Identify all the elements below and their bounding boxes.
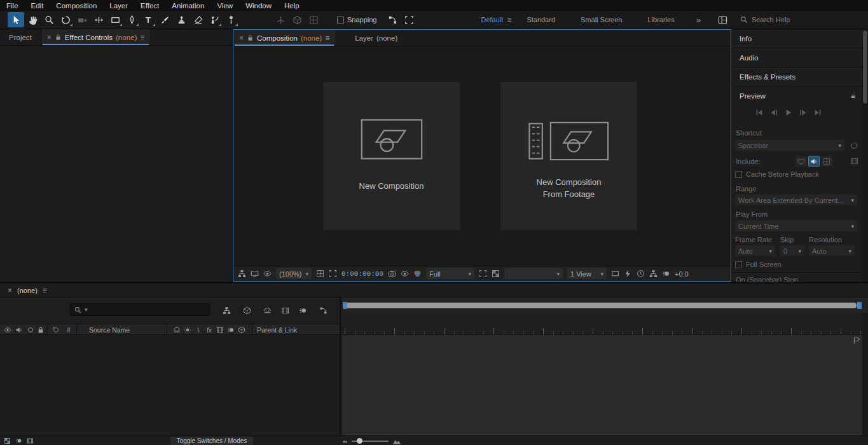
previous-frame-icon[interactable] xyxy=(769,108,778,117)
transparency-grid-icon[interactable] xyxy=(492,270,500,278)
grid-guides-icon[interactable] xyxy=(316,270,324,278)
camera-tool-button[interactable] xyxy=(74,12,90,27)
fx-switch-icon[interactable]: fx xyxy=(204,325,214,334)
clone-stamp-tool-button[interactable] xyxy=(173,12,189,27)
rectangle-tool-button[interactable] xyxy=(107,12,123,27)
menu-animation[interactable]: Animation xyxy=(165,2,210,10)
comp-flowchart-icon[interactable] xyxy=(649,270,658,278)
tab-project[interactable]: Project xyxy=(0,29,41,45)
zoom-tool-button[interactable] xyxy=(41,12,57,27)
lock-column-icon[interactable] xyxy=(36,325,46,334)
label-column-icon[interactable] xyxy=(51,325,61,334)
timeline-tab-label[interactable]: (none) xyxy=(17,287,38,294)
range-dropdown[interactable]: Work Area Extended By Current...▾ xyxy=(735,195,857,205)
full-screen-checkbox[interactable]: Full Screen xyxy=(735,261,782,268)
transfer-controls-pane-icon[interactable] xyxy=(14,437,23,445)
menu-file[interactable]: File xyxy=(0,2,25,10)
video-column-icon[interactable] xyxy=(3,325,13,334)
workspace-menu-icon[interactable]: ≡ xyxy=(507,15,511,24)
workspace-small-screen[interactable]: Small Screen xyxy=(581,16,622,24)
parent-link-column-header[interactable]: Parent & Link xyxy=(257,326,297,334)
view-layout-dropdown[interactable]: 1 View▾ xyxy=(567,268,607,279)
close-tab-icon[interactable]: × xyxy=(239,34,244,43)
play-from-dropdown[interactable]: Current Time▾ xyxy=(735,221,857,231)
workspace-libraries[interactable]: Libraries xyxy=(647,16,674,24)
motion-blur-icon[interactable] xyxy=(296,305,309,315)
source-name-column-header[interactable]: Source Name xyxy=(89,326,130,334)
selection-tool-button[interactable] xyxy=(8,12,24,27)
view-dropdown[interactable]: ▾ xyxy=(504,268,563,279)
quality-switch-icon[interactable]: \ xyxy=(193,325,203,334)
roto-brush-tool-button[interactable] xyxy=(206,12,223,27)
new-composition-card[interactable]: New Composition xyxy=(323,82,460,230)
pan-behind-tool-button[interactable] xyxy=(90,12,107,27)
panel-header-audio[interactable]: Audio xyxy=(732,48,868,67)
tab-effect-controls[interactable]: × Effect Controls (none) ≡ xyxy=(41,29,151,45)
menu-help[interactable]: Help xyxy=(278,2,306,10)
zoom-out-mountain-icon[interactable] xyxy=(342,438,348,444)
shy-switch-icon[interactable] xyxy=(172,325,182,334)
current-time-display[interactable]: 0:00:00:00 xyxy=(341,270,383,278)
menu-effect[interactable]: Effect xyxy=(134,2,165,10)
layer-switches-pane-icon[interactable] xyxy=(3,437,11,445)
draft-3d-icon[interactable] xyxy=(240,305,253,315)
workspace-standard[interactable]: Standard xyxy=(527,16,555,24)
go-to-end-icon[interactable] xyxy=(813,108,822,117)
collapse-switch-icon[interactable] xyxy=(183,325,193,334)
always-preview-icon[interactable] xyxy=(263,270,272,278)
comp-marker-bin-icon[interactable] xyxy=(853,336,861,345)
preview-panel-menu-icon[interactable]: ≡ xyxy=(851,92,855,100)
hide-shy-layers-icon[interactable] xyxy=(261,305,273,315)
panel-header-effects-presets[interactable]: Effects & Presets xyxy=(732,67,868,86)
play-icon[interactable] xyxy=(784,108,793,117)
tab-layer[interactable]: Layer (none) xyxy=(349,30,403,46)
menu-window[interactable]: Window xyxy=(239,2,278,10)
graph-editor-icon[interactable] xyxy=(317,305,329,315)
menu-view[interactable]: View xyxy=(210,2,239,10)
type-tool-button[interactable]: T xyxy=(140,12,156,27)
solo-column-icon[interactable] xyxy=(25,325,36,334)
world-axis-mode-button[interactable] xyxy=(289,12,305,27)
preview-favoring-icon[interactable] xyxy=(848,156,860,167)
pen-tool-button[interactable] xyxy=(123,12,140,27)
region-of-interest-icon[interactable] xyxy=(479,270,487,278)
mini-flowchart-icon[interactable] xyxy=(238,270,246,278)
reset-preview-icon[interactable] xyxy=(848,140,860,151)
toggle-switches-modes-button[interactable]: Toggle Switches / Modes xyxy=(170,437,253,445)
panel-header-preview[interactable]: Preview ≡ xyxy=(732,86,868,106)
panel-menu-icon[interactable]: ≡ xyxy=(325,34,329,43)
number-column-header[interactable]: # xyxy=(64,325,74,334)
comp-mini-flowchart-icon[interactable] xyxy=(220,305,233,315)
reset-exposure-icon[interactable] xyxy=(662,270,670,278)
work-area-start-handle[interactable] xyxy=(343,302,347,309)
right-panel-scrollbar[interactable] xyxy=(862,29,868,282)
local-axis-mode-button[interactable] xyxy=(272,12,289,27)
zoom-slider-knob[interactable] xyxy=(357,438,362,444)
resolution-dropdown[interactable]: Full▾ xyxy=(426,268,474,279)
workspace-overflow-chevron[interactable]: » xyxy=(696,15,701,25)
skip-dropdown[interactable]: 0▾ xyxy=(780,245,804,256)
hand-tool-button[interactable] xyxy=(24,12,41,27)
shortcut-dropdown[interactable]: Spacebar▾ xyxy=(735,140,844,151)
snap-to-features-button[interactable] xyxy=(385,12,401,27)
timeline-button-icon[interactable] xyxy=(637,270,645,278)
zoom-slider-track[interactable] xyxy=(352,441,389,442)
snapping-toggle[interactable]: Snapping xyxy=(337,16,377,24)
include-audio-toggle[interactable] xyxy=(808,156,820,167)
monitor-icon[interactable] xyxy=(251,270,259,278)
fast-preview-icon[interactable] xyxy=(624,270,632,278)
preview-resolution-dropdown[interactable]: Auto▾ xyxy=(809,245,855,256)
timeline-search-box[interactable]: ▾ xyxy=(70,303,210,316)
search-help-box[interactable]: Search Help xyxy=(740,16,790,24)
snap-options-button[interactable] xyxy=(401,12,418,27)
panel-menu-icon[interactable]: ≡ xyxy=(140,33,144,42)
new-composition-from-footage-card[interactable]: New Composition From Footage xyxy=(500,82,637,230)
work-area-bar[interactable] xyxy=(344,303,857,308)
zoom-in-mountain-icon[interactable] xyxy=(392,437,401,445)
go-to-start-icon[interactable] xyxy=(755,108,764,117)
menu-composition[interactable]: Composition xyxy=(50,2,103,10)
close-tab-icon[interactable]: × xyxy=(47,33,52,42)
3d-switch-icon[interactable] xyxy=(237,325,247,334)
frame-blending-icon[interactable] xyxy=(279,305,291,315)
in-out-duration-pane-icon[interactable] xyxy=(25,437,34,445)
